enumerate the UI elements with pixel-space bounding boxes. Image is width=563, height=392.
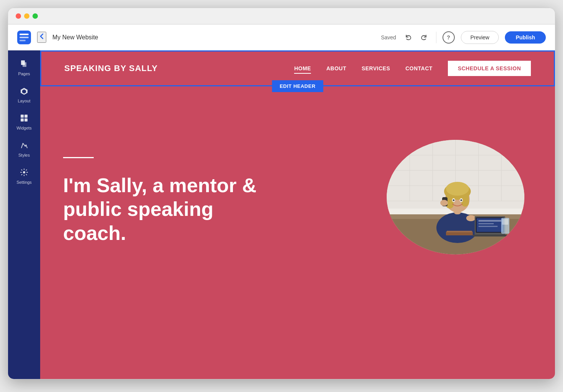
widgets-icon bbox=[20, 114, 28, 124]
settings-icon bbox=[20, 168, 28, 178]
sidebar: Pages Layout bbox=[8, 50, 40, 379]
toolbar: My New Website Saved bbox=[8, 24, 555, 50]
toolbar-actions bbox=[402, 31, 430, 44]
website-preview: SPEAKING BY SALLY HOME ABOUT SERVICES CO… bbox=[40, 50, 555, 379]
sidebar-item-layout[interactable]: Layout bbox=[10, 82, 38, 108]
svg-point-35 bbox=[453, 199, 455, 201]
svg-rect-46 bbox=[473, 235, 507, 236]
styles-icon bbox=[20, 141, 28, 151]
sidebar-item-settings[interactable]: Settings bbox=[10, 164, 38, 189]
publish-button[interactable]: Publish bbox=[505, 31, 546, 44]
toolbar-divider bbox=[436, 32, 436, 43]
edit-header-button[interactable]: EDIT HEADER bbox=[272, 80, 323, 92]
hero-illustration bbox=[387, 140, 524, 254]
traffic-light-green[interactable] bbox=[33, 13, 38, 19]
svg-point-38 bbox=[440, 200, 448, 206]
svg-rect-43 bbox=[478, 220, 501, 222]
layout-label: Layout bbox=[18, 99, 30, 103]
site-logo: SPEAKING BY SALLY bbox=[64, 63, 158, 73]
svg-rect-3 bbox=[20, 40, 26, 41]
svg-rect-45 bbox=[478, 226, 498, 227]
settings-label: Settings bbox=[16, 180, 32, 185]
svg-point-12 bbox=[23, 171, 25, 173]
svg-point-36 bbox=[460, 199, 462, 201]
hero-image-oval bbox=[387, 140, 524, 254]
hero-divider bbox=[63, 157, 94, 158]
nav-item-home[interactable]: HOME bbox=[294, 65, 311, 71]
svg-rect-44 bbox=[478, 223, 494, 224]
site-header[interactable]: SPEAKING BY SALLY HOME ABOUT SERVICES CO… bbox=[40, 50, 555, 86]
traffic-light-red[interactable] bbox=[16, 13, 21, 19]
site-nav: HOME ABOUT SERVICES CONTACT SCHEDULE A S bbox=[294, 61, 531, 76]
pages-label: Pages bbox=[18, 71, 30, 76]
nav-item-services[interactable]: SERVICES bbox=[361, 65, 390, 71]
svg-rect-8 bbox=[21, 115, 24, 118]
help-icon: ? bbox=[447, 34, 450, 40]
styles-label: Styles bbox=[18, 153, 30, 157]
redo-button[interactable] bbox=[418, 31, 430, 44]
editor-body: Pages Layout bbox=[8, 50, 555, 379]
preview-button[interactable]: Preview bbox=[461, 31, 499, 44]
undo-button[interactable] bbox=[402, 31, 415, 44]
sidebar-item-styles[interactable]: Styles bbox=[10, 136, 38, 162]
toolbar-right: Saved ? bbox=[381, 31, 546, 44]
window-chrome bbox=[8, 8, 555, 24]
pages-icon bbox=[20, 60, 28, 70]
app-logo[interactable] bbox=[17, 31, 31, 44]
sidebar-item-pages[interactable]: Pages bbox=[10, 55, 38, 81]
widgets-label: Widgets bbox=[16, 126, 32, 130]
hero-title: I'm Sally, a mentor & public speaking co… bbox=[63, 173, 262, 245]
hero-content: I'm Sally, a mentor & public speaking co… bbox=[63, 157, 262, 245]
help-button[interactable]: ? bbox=[443, 31, 455, 44]
svg-point-32 bbox=[446, 182, 469, 196]
canvas[interactable]: SPEAKING BY SALLY HOME ABOUT SERVICES CO… bbox=[40, 50, 555, 379]
site-hero: I'm Sally, a mentor & public speaking co… bbox=[40, 86, 555, 308]
svg-rect-50 bbox=[447, 231, 472, 232]
sidebar-item-widgets[interactable]: Widgets bbox=[10, 109, 38, 135]
svg-rect-5 bbox=[23, 62, 26, 67]
nav-item-contact[interactable]: CONTACT bbox=[405, 65, 433, 71]
layout-icon bbox=[20, 87, 28, 97]
svg-rect-48 bbox=[502, 219, 508, 225]
traffic-light-yellow[interactable] bbox=[24, 13, 29, 19]
svg-rect-9 bbox=[24, 115, 28, 118]
nav-item-about[interactable]: ABOUT bbox=[326, 65, 346, 71]
back-button[interactable] bbox=[37, 32, 46, 43]
svg-point-39 bbox=[466, 215, 475, 221]
svg-rect-10 bbox=[21, 118, 24, 121]
nav-cta-button[interactable]: SCHEDULE A SESSION bbox=[448, 61, 531, 76]
hero-image-container bbox=[387, 140, 532, 262]
svg-rect-1 bbox=[20, 34, 29, 35]
page-title: My New Website bbox=[52, 34, 375, 41]
svg-rect-11 bbox=[24, 118, 28, 121]
saved-status: Saved bbox=[381, 34, 396, 40]
svg-rect-2 bbox=[20, 37, 29, 38]
